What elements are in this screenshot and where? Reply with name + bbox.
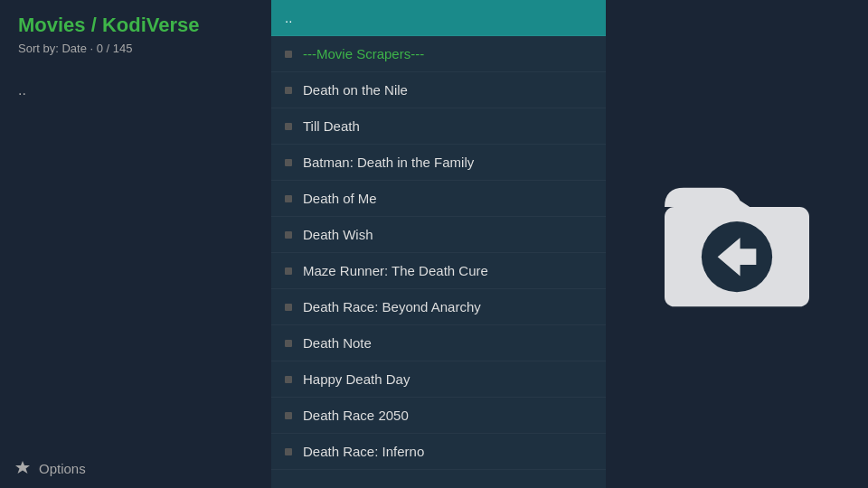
options-icon (14, 459, 32, 477)
list-item-label: Death Race: Beyond Anarchy (303, 299, 592, 314)
svg-marker-3 (15, 461, 30, 474)
list-item-label: Death on the Nile (303, 82, 592, 98)
list-item[interactable]: Death Wish (271, 217, 606, 253)
list-item-label: Death Note (303, 335, 592, 351)
app-title-brand: KodiVerse (102, 14, 200, 36)
list-item-bullet (285, 267, 292, 275)
list-item-bullet (285, 87, 292, 94)
list-item-label: Till Death (303, 118, 592, 134)
list-item[interactable]: Death of Me (271, 181, 606, 217)
options-label[interactable]: Options (39, 461, 86, 476)
list-item[interactable]: Death Race: Inferno (271, 434, 606, 470)
list-item[interactable]: Batman: Death in the Family (271, 145, 606, 181)
list-item-bullet (285, 412, 292, 419)
list-item[interactable]: Death on the Nile (271, 72, 606, 108)
list-item-label: Happy Death Day (303, 371, 592, 387)
list-item-bullet (285, 231, 292, 239)
list-item[interactable]: Death Note (271, 325, 606, 361)
list-item-label: .. (285, 10, 592, 25)
list-item-label: Death Race: Inferno (303, 444, 592, 459)
list-item[interactable]: Death Race 2050 (271, 398, 606, 434)
sidebar-back-dots: .. (18, 82, 253, 99)
sort-info: Sort by: Date · 0 / 145 (18, 42, 253, 55)
list-item[interactable]: Maze Runner: The Death Cure (271, 253, 606, 289)
list-item-label: Maze Runner: The Death Cure (303, 263, 592, 278)
list-item-bullet (285, 376, 292, 383)
bottom-bar: Options (0, 448, 271, 488)
list-item-label: Batman: Death in the Family (303, 155, 592, 170)
list-item[interactable]: Till Death (271, 108, 606, 145)
list-item-bullet (285, 195, 292, 202)
list-item-bullet (285, 448, 292, 455)
list-item-bullet (285, 304, 292, 311)
right-panel (606, 0, 868, 488)
list-item-label: Death Race 2050 (303, 408, 592, 423)
list-item-bullet (285, 123, 292, 130)
list-item-label: Death Wish (303, 227, 592, 242)
list-item-bullet (285, 340, 292, 347)
list-item-bullet (285, 51, 292, 58)
list-item-label: ---Movie Scrapers--- (303, 46, 592, 61)
list-item-label: Death of Me (303, 191, 592, 206)
app-title-prefix: Movies / (18, 14, 102, 36)
list-item-bullet (285, 159, 292, 166)
movie-list: ..---Movie Scrapers---Death on the NileT… (271, 0, 606, 488)
list-item[interactable]: Death Race: Beyond Anarchy (271, 289, 606, 325)
folder-back-icon (656, 172, 818, 316)
app-title: Movies / KodiVerse (18, 14, 253, 37)
list-item[interactable]: Happy Death Day (271, 361, 606, 398)
left-panel: Movies / KodiVerse Sort by: Date · 0 / 1… (0, 0, 271, 488)
list-item[interactable]: ---Movie Scrapers--- (271, 36, 606, 72)
list-item[interactable]: .. (271, 0, 606, 36)
